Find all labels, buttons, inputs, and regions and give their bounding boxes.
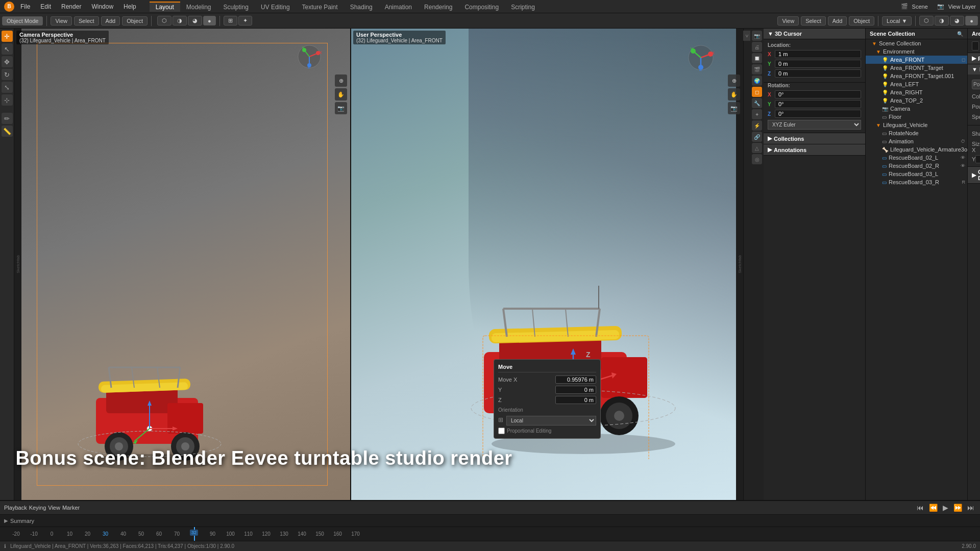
- rendered-btn[interactable]: ●: [203, 16, 216, 26]
- orientation-select[interactable]: Local Global Normal: [506, 416, 596, 425]
- annotate-tool[interactable]: ✏: [2, 113, 13, 124]
- menu-help[interactable]: Help: [119, 2, 140, 11]
- material-icon[interactable]: ◎: [752, 154, 762, 164]
- play-btn[interactable]: ▶: [941, 504, 950, 512]
- rotate-tool[interactable]: ↻: [2, 69, 13, 80]
- render-icon[interactable]: 📷: [752, 31, 762, 41]
- preview-header[interactable]: ▶ Preview: [968, 53, 980, 64]
- marker-btn[interactable]: Marker: [62, 505, 80, 511]
- next-frame-btn[interactable]: ⏩: [952, 504, 964, 512]
- outliner-filter-icon[interactable]: 🔍: [957, 31, 963, 37]
- loc-z-input[interactable]: [775, 69, 861, 78]
- zoom-to-fit-btn-r[interactable]: ⊕: [728, 74, 740, 87]
- rendered-r[interactable]: ●: [965, 16, 978, 26]
- expand-icon[interactable]: ▶: [4, 518, 8, 523]
- light-header[interactable]: ▼ Light: [968, 64, 980, 74]
- outliner-scene-collection[interactable]: ▼ Scene Collection: [866, 39, 967, 47]
- object-icon[interactable]: ◻: [752, 87, 762, 97]
- tab-compositing[interactable]: Compositing: [458, 2, 505, 12]
- euler-select[interactable]: XYZ Euler: [768, 120, 861, 130]
- cursor-header[interactable]: ▼ 3D Cursor: [764, 29, 865, 39]
- tab-modeling[interactable]: Modeling: [180, 2, 217, 12]
- outliner-rescue-03l[interactable]: ▭ RescueBoard_03_L: [866, 170, 967, 178]
- r02r-vis[interactable]: 👁: [961, 163, 965, 168]
- scene-icon2[interactable]: 🎬: [752, 64, 762, 74]
- outliner-rescue-02l[interactable]: ▭ RescueBoard_02_L 👁: [866, 154, 967, 162]
- viewport-user[interactable]: User Perspective (32) Lifeguard_Vehicle …: [351, 29, 743, 500]
- playback-btn[interactable]: Playback: [4, 505, 27, 511]
- outliner-lifeguard-vehicle[interactable]: ▼ Lifeguard_Vehicle: [866, 121, 967, 129]
- add-menu-r[interactable]: Add: [828, 16, 847, 26]
- solid-r[interactable]: ◑: [935, 16, 949, 26]
- prev-frame-btn[interactable]: ⏪: [927, 504, 939, 512]
- outliner-armature[interactable]: 🦴 Lifeguard_Vehicle_Armature3os: [866, 145, 967, 154]
- collections-header[interactable]: ▶ Collections: [764, 133, 865, 144]
- gizmo-btn[interactable]: ✦: [238, 16, 252, 26]
- r03r-vis[interactable]: R: [962, 180, 966, 185]
- outliner-area-front[interactable]: 💡 Area_FRONT ◻: [866, 56, 967, 64]
- data-icon[interactable]: △: [752, 143, 762, 153]
- pan-btn-l[interactable]: ✋: [335, 88, 347, 101]
- menu-edit[interactable]: Edit: [36, 2, 55, 11]
- tab-texture-paint[interactable]: Texture Paint: [296, 2, 344, 12]
- outliner-rescue-03r[interactable]: ▭ RescueBoard_03_R R: [866, 178, 967, 186]
- view-menu[interactable]: View: [51, 16, 72, 26]
- view-layer-icon2[interactable]: 🔲: [752, 53, 762, 63]
- solid-btn[interactable]: ◑: [173, 16, 187, 26]
- playhead[interactable]: [194, 527, 195, 541]
- size-y-value[interactable]: 1.44 m: [975, 155, 980, 163]
- modifier-icon[interactable]: 🔧: [752, 98, 762, 108]
- skip-end-btn[interactable]: ⏭: [966, 504, 976, 512]
- select-menu-r[interactable]: Select: [801, 16, 826, 26]
- viewport-camera[interactable]: Camera Perspective (32) Lifeguard_Vehicl…: [14, 29, 351, 500]
- skip-start-btn[interactable]: ⏮: [915, 504, 925, 512]
- menu-render[interactable]: Render: [57, 2, 85, 11]
- outliner-environment[interactable]: ▼ Environment: [866, 47, 967, 56]
- world-icon[interactable]: 🌍: [752, 76, 762, 86]
- outliner-area-front-target-001[interactable]: 💡 Area_FRONT_Target.001: [866, 72, 967, 80]
- measure-tool[interactable]: 📏: [2, 126, 13, 137]
- constraints-icon[interactable]: 🔗: [752, 132, 762, 142]
- menu-file[interactable]: File: [16, 2, 34, 11]
- material-btn[interactable]: ◕: [188, 16, 202, 26]
- outliner-rescue-02r[interactable]: ▭ RescueBoard_02_R 👁: [866, 162, 967, 170]
- rot-y-input[interactable]: [775, 100, 861, 108]
- wireframe-btn[interactable]: ⬡: [157, 16, 172, 26]
- output-icon[interactable]: 🖨: [752, 42, 762, 52]
- tab-rendering[interactable]: Rendering: [418, 2, 458, 12]
- tab-shading[interactable]: Shading: [344, 2, 379, 12]
- rot-x-input[interactable]: [775, 90, 861, 98]
- wireframe-r[interactable]: ⬡: [919, 16, 934, 26]
- view-menu-r[interactable]: View: [777, 16, 799, 26]
- overlay-btn[interactable]: ⊞: [224, 16, 237, 26]
- r02l-vis[interactable]: 👁: [961, 155, 965, 160]
- custom-dist-header[interactable]: ▶ Custom Distance: [968, 167, 980, 183]
- loc-y-input[interactable]: [775, 60, 861, 68]
- outliner-animation[interactable]: ▭ Animation ⏱: [866, 137, 967, 145]
- select-menu[interactable]: Select: [74, 16, 99, 26]
- keying-btn[interactable]: Keying: [29, 505, 46, 511]
- select-tool[interactable]: ↖: [2, 43, 13, 55]
- local-orient[interactable]: Local ▼: [882, 16, 912, 26]
- camera-btn-r[interactable]: 📷: [728, 102, 740, 114]
- tab-animation[interactable]: Animation: [379, 2, 418, 12]
- annotations-header[interactable]: ▶ Annotations: [764, 144, 865, 155]
- camera-btn-l[interactable]: 📷: [335, 102, 347, 114]
- loc-x-input[interactable]: [775, 50, 861, 58]
- physics-icon[interactable]: ⚡: [752, 120, 762, 131]
- data-name-input[interactable]: [972, 41, 979, 51]
- status-left-icon[interactable]: ℹ: [4, 543, 6, 549]
- outliner-area-right[interactable]: 💡 Area_RIGHT: [866, 88, 967, 96]
- menu-window[interactable]: Window: [87, 2, 117, 11]
- move-z-value[interactable]: 0 m: [555, 396, 596, 404]
- rot-z-input[interactable]: [775, 110, 861, 118]
- prop-editing-check[interactable]: [498, 428, 505, 434]
- outliner-floor[interactable]: ▭ Floor: [866, 113, 967, 121]
- transform-tool[interactable]: ⊹: [2, 94, 13, 106]
- move-x-value[interactable]: 0.95976 m: [555, 375, 596, 384]
- light-point-btn[interactable]: Point: [972, 80, 980, 89]
- view-btn[interactable]: View: [48, 505, 60, 511]
- move-y-value[interactable]: 0 m: [555, 386, 596, 394]
- outliner-area-left[interactable]: 💡 Area_LEFT: [866, 80, 967, 88]
- outliner-camera[interactable]: 📷 Camera: [866, 105, 967, 113]
